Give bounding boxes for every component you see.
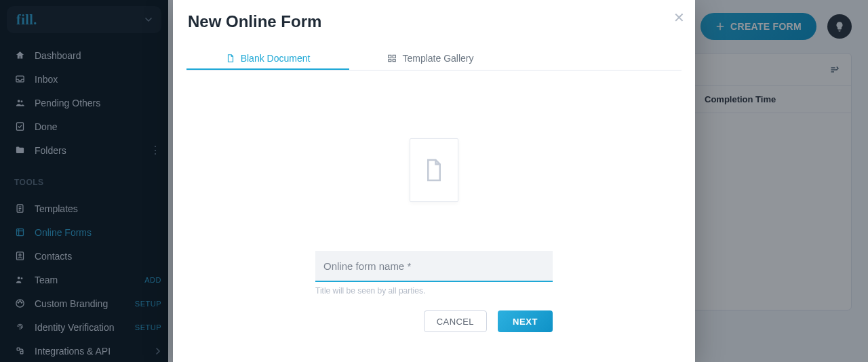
tab-label: Template Gallery: [402, 53, 473, 64]
tab-blank-document[interactable]: Blank Document: [186, 47, 349, 70]
form-name-field: Title will be seen by all parties.: [315, 251, 553, 296]
next-button[interactable]: NEXT: [498, 310, 553, 332]
modal-actions: CANCEL NEXT: [315, 310, 553, 332]
close-icon: ✕: [673, 9, 685, 26]
helper-text: Title will be seen by all parties.: [315, 282, 553, 296]
tab-label: Blank Document: [241, 53, 311, 64]
svg-rect-17: [393, 55, 396, 58]
modal-title: New Online Form: [188, 12, 680, 31]
modal-header: New Online Form ✕: [173, 0, 695, 35]
online-form-name-input[interactable]: [315, 251, 553, 282]
cancel-button[interactable]: CANCEL: [424, 310, 487, 332]
svg-rect-16: [389, 55, 391, 58]
blank-document-placeholder: [410, 138, 458, 202]
modal-body: Title will be seen by all parties. CANCE…: [173, 71, 695, 362]
new-online-form-modal: New Online Form ✕ Blank Document Templat…: [173, 0, 695, 362]
modal-tabs: Blank Document Template Gallery: [186, 47, 682, 71]
document-icon: [424, 158, 444, 182]
file-icon: [226, 54, 235, 63]
svg-rect-18: [389, 59, 391, 61]
gallery-icon: [387, 54, 397, 63]
tab-template-gallery[interactable]: Template Gallery: [349, 47, 512, 70]
close-button[interactable]: ✕: [671, 9, 687, 26]
svg-rect-19: [393, 59, 396, 61]
